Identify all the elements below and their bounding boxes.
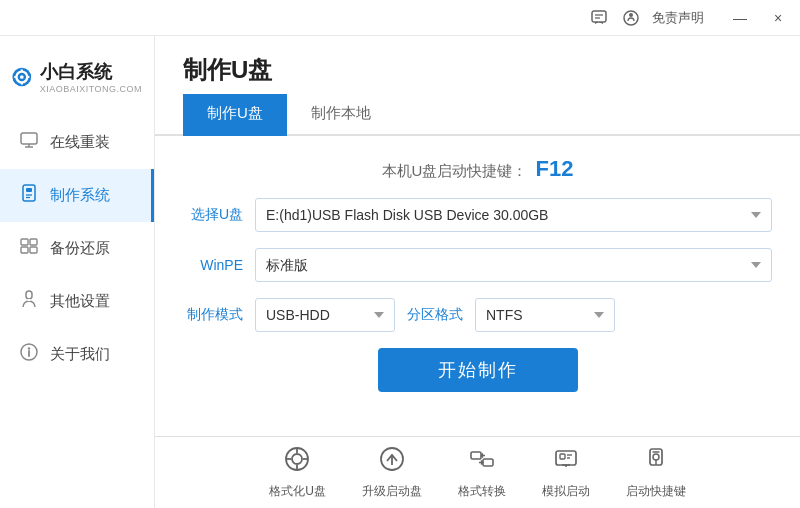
svg-rect-20 xyxy=(21,239,28,245)
svg-rect-17 xyxy=(26,188,32,192)
sidebar-label-online-reinstall: 在线重装 xyxy=(50,133,110,152)
sidebar-item-other-settings[interactable]: 其他设置 xyxy=(0,275,154,328)
upgrade-boot-label: 升级启动盘 xyxy=(362,483,422,500)
svg-point-8 xyxy=(20,75,24,79)
format-udisk-label: 格式化U盘 xyxy=(269,483,326,500)
bottom-tool-format-convert[interactable]: 格式转换 xyxy=(458,445,506,500)
svg-point-28 xyxy=(28,347,30,349)
main-layout: 小白系统 XIAOBAIXITONG.COM 在线重装 xyxy=(0,36,800,508)
bottom-toolbar: 格式化U盘 升级启动盘 xyxy=(155,436,800,508)
logo-sub: XIAOBAIXITONG.COM xyxy=(40,84,142,94)
about-us-icon xyxy=(18,342,40,367)
sidebar-label-backup-restore: 备份还原 xyxy=(50,239,110,258)
content-area: 制作U盘 制作U盘 制作本地 本机U盘启动快捷键： F12 选择U盘 E:(hd… xyxy=(155,36,800,508)
titlebar: 免责声明 — × xyxy=(0,0,800,36)
logo-text: 小白系统 XIAOBAIXITONG.COM xyxy=(40,60,142,94)
sidebar-item-make-system[interactable]: 制作系统 xyxy=(0,169,154,222)
winpe-label: WinPE xyxy=(183,257,243,273)
start-button[interactable]: 开始制作 xyxy=(378,348,578,392)
sidebar-item-online-reinstall[interactable]: 在线重装 xyxy=(0,116,154,169)
svg-rect-22 xyxy=(21,247,28,253)
udisk-select[interactable]: E:(hd1)USB Flash Disk USB Device 30.00GB xyxy=(255,198,772,232)
mode-partition-row: 制作模式 USB-HDD 分区格式 NTFS xyxy=(183,298,772,332)
page-title: 制作U盘 xyxy=(183,54,272,86)
winpe-select[interactable]: 标准版 xyxy=(255,248,772,282)
sidebar-label-other-settings: 其他设置 xyxy=(50,292,110,311)
bottom-tool-boot-shortcut[interactable]: 启动快捷键 xyxy=(626,445,686,500)
svg-point-46 xyxy=(653,454,659,460)
svg-point-4 xyxy=(629,13,633,17)
tab-make-local[interactable]: 制作本地 xyxy=(287,94,395,136)
shortcut-prefix: 本机U盘启动快捷键： xyxy=(382,162,528,179)
partition-select[interactable]: NTFS xyxy=(475,298,615,332)
tab-make-udisk[interactable]: 制作U盘 xyxy=(183,94,287,136)
sidebar-item-backup-restore[interactable]: 备份还原 xyxy=(0,222,154,275)
svg-rect-0 xyxy=(592,11,606,22)
svg-rect-21 xyxy=(30,239,37,245)
sidebar-item-about-us[interactable]: 关于我们 xyxy=(0,328,154,381)
feedback-icon[interactable] xyxy=(588,7,610,29)
page-header: 制作U盘 xyxy=(155,36,800,86)
svg-point-30 xyxy=(292,454,302,464)
online-reinstall-icon xyxy=(18,130,40,155)
format-convert-icon xyxy=(468,445,496,479)
simulate-boot-label: 模拟启动 xyxy=(542,483,590,500)
bottom-tool-simulate-boot[interactable]: 模拟启动 xyxy=(542,445,590,500)
svg-rect-25 xyxy=(28,299,31,301)
backup-restore-icon xyxy=(18,236,40,261)
close-button[interactable]: × xyxy=(764,4,792,32)
udisk-select-row: 选择U盘 E:(hd1)USB Flash Disk USB Device 30… xyxy=(183,198,772,232)
boot-shortcut-label: 启动快捷键 xyxy=(626,483,686,500)
format-convert-label: 格式转换 xyxy=(458,483,506,500)
svg-point-12 xyxy=(27,76,29,78)
svg-point-11 xyxy=(14,76,16,78)
svg-rect-16 xyxy=(23,185,35,201)
tabs-bar: 制作U盘 制作本地 xyxy=(155,94,800,136)
partition-label: 分区格式 xyxy=(407,306,463,324)
sidebar-label-about-us: 关于我们 xyxy=(50,345,110,364)
svg-rect-13 xyxy=(21,133,37,144)
logo-icon xyxy=(12,56,32,98)
help-icon[interactable] xyxy=(620,7,642,29)
svg-point-10 xyxy=(21,82,23,84)
logo-name: 小白系统 xyxy=(40,60,142,84)
svg-rect-37 xyxy=(471,452,481,459)
udisk-label: 选择U盘 xyxy=(183,206,243,224)
format-udisk-icon xyxy=(283,445,311,479)
form-area: 本机U盘启动快捷键： F12 选择U盘 E:(hd1)USB Flash Dis… xyxy=(155,136,800,436)
minimize-button[interactable]: — xyxy=(726,4,754,32)
sidebar-label-make-system: 制作系统 xyxy=(50,186,110,205)
svg-rect-24 xyxy=(26,291,32,299)
bottom-tool-upgrade-boot[interactable]: 升级启动盘 xyxy=(362,445,422,500)
upgrade-boot-icon xyxy=(378,445,406,479)
make-mode-select[interactable]: USB-HDD xyxy=(255,298,395,332)
shortcut-key: F12 xyxy=(536,156,574,181)
svg-rect-39 xyxy=(556,451,576,465)
svg-point-9 xyxy=(21,69,23,71)
winpe-select-row: WinPE 标准版 xyxy=(183,248,772,282)
make-mode-label: 制作模式 xyxy=(183,306,243,324)
simulate-boot-icon xyxy=(552,445,580,479)
logo-area: 小白系统 XIAOBAIXITONG.COM xyxy=(0,46,154,116)
titlebar-icons: 免责声明 — × xyxy=(588,4,792,32)
feedback-label[interactable]: 免责声明 xyxy=(652,9,704,27)
sidebar: 小白系统 XIAOBAIXITONG.COM 在线重装 xyxy=(0,36,155,508)
svg-rect-38 xyxy=(483,459,493,466)
svg-rect-23 xyxy=(30,247,37,253)
svg-rect-40 xyxy=(560,454,565,459)
other-settings-icon xyxy=(18,289,40,314)
shortcut-hint: 本机U盘启动快捷键： F12 xyxy=(183,156,772,182)
boot-shortcut-icon xyxy=(642,445,670,479)
make-system-icon xyxy=(18,183,40,208)
bottom-tool-format-udisk[interactable]: 格式化U盘 xyxy=(269,445,326,500)
